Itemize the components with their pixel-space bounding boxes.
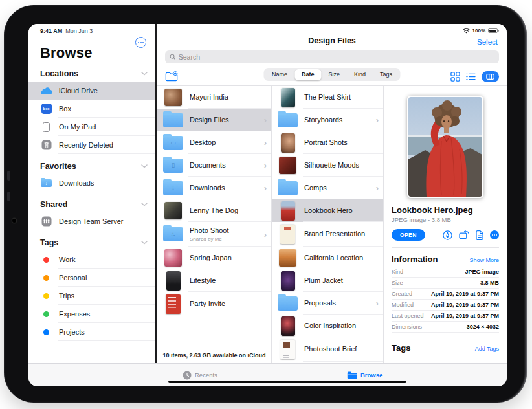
sidebar-item-recently-deleted[interactable]: Recently Deleted bbox=[28, 136, 155, 154]
information-header: Information Show More bbox=[392, 254, 499, 264]
sidebar-tag-trips[interactable]: Trips bbox=[28, 287, 155, 305]
file-row-plum-jacket[interactable]: Plum Jacket bbox=[272, 269, 383, 292]
trash-icon bbox=[40, 139, 52, 151]
search-input[interactable] bbox=[179, 53, 494, 61]
show-more-link[interactable]: Show More bbox=[469, 257, 499, 263]
sort-option-kind[interactable]: Kind bbox=[347, 69, 373, 80]
file-row-storyboards[interactable]: Storyboards › bbox=[272, 109, 383, 131]
sidebar-item-box[interactable]: box Box bbox=[28, 100, 155, 118]
rotate-icon[interactable] bbox=[459, 230, 469, 239]
sidebar-more-button[interactable] bbox=[135, 37, 146, 48]
sort-option-name[interactable]: Name bbox=[265, 69, 294, 80]
file-label: Documents bbox=[190, 161, 226, 170]
image-thumbnail bbox=[279, 249, 296, 267]
chevron-right-icon: › bbox=[262, 184, 267, 192]
file-label: Photoshoot Brief bbox=[304, 345, 357, 353]
sidebar-tag-work[interactable]: Work bbox=[28, 250, 155, 269]
home-indicator[interactable] bbox=[168, 381, 406, 383]
file-row-portrait-shots[interactable]: Portrait Shots bbox=[272, 131, 383, 154]
file-row-documents[interactable]: ▯ Documents › bbox=[157, 154, 271, 177]
chevron-down-icon bbox=[141, 241, 148, 245]
image-thumbnail bbox=[281, 316, 295, 336]
info-value: April 19, 2019 at 9:37 PM bbox=[431, 302, 499, 308]
sort-option-date[interactable]: Date bbox=[294, 69, 322, 80]
tag-dot-red-icon bbox=[40, 254, 52, 265]
sidebar-tag-personal[interactable]: Personal bbox=[28, 269, 155, 287]
sidebar-item-design-team-server[interactable]: Design Team Server bbox=[28, 212, 155, 230]
image-thumbnail bbox=[166, 271, 181, 291]
files-app-screen: 9:41 AMMon Jun 3 Browse Locations iCloud… bbox=[28, 24, 507, 386]
file-label: Downloads bbox=[190, 184, 225, 192]
markup-icon[interactable] bbox=[443, 230, 452, 240]
info-value: JPEG image bbox=[465, 269, 499, 275]
file-label: Storyboards bbox=[304, 116, 342, 124]
document-thumbnail bbox=[280, 225, 295, 244]
file-row-desktop[interactable]: ▭ Desktop › bbox=[157, 131, 271, 154]
file-row-spring-japan[interactable]: Spring Japan bbox=[157, 247, 271, 269]
section-label: Shared bbox=[40, 200, 67, 209]
new-folder-icon[interactable] bbox=[165, 71, 178, 82]
chevron-right-icon: › bbox=[374, 184, 379, 192]
sidebar-tag-projects[interactable]: Projects bbox=[28, 323, 155, 341]
browse-folder-icon bbox=[347, 371, 357, 379]
status-date: Mon Jun 3 bbox=[65, 28, 93, 34]
ipad-icon bbox=[40, 121, 52, 133]
grid-view-icon[interactable] bbox=[450, 72, 460, 82]
search-row bbox=[157, 49, 507, 67]
file-row-mayuri-india[interactable]: Mayuri India bbox=[157, 86, 271, 109]
file-row-california-location[interactable]: California Location bbox=[272, 247, 383, 269]
file-label: Mayuri India bbox=[190, 93, 228, 102]
file-label: Spring Japan bbox=[190, 254, 232, 262]
info-row-dimensions: Dimensions 3024 × 4032 bbox=[392, 322, 499, 333]
file-row-photoshoot-brief[interactable]: Photoshoot Brief bbox=[272, 337, 383, 362]
preview-pane: Lookbook Hero.jpeg JPEG image - 3.8 MB O… bbox=[384, 86, 507, 363]
file-row-party-invite[interactable]: Party Invite bbox=[157, 292, 271, 316]
section-header-locations[interactable]: Locations bbox=[28, 61, 155, 82]
shared-folder-icon: ∴ bbox=[163, 227, 183, 241]
file-row-proposals[interactable]: Proposals › bbox=[272, 292, 383, 315]
chevron-down-icon bbox=[141, 164, 148, 168]
select-button[interactable]: Select bbox=[477, 38, 498, 46]
list-view-icon[interactable] bbox=[466, 72, 476, 81]
section-header-tags[interactable]: Tags bbox=[28, 230, 155, 250]
search-field[interactable] bbox=[165, 50, 499, 63]
info-label: Size bbox=[392, 280, 403, 286]
section-header-shared[interactable]: Shared bbox=[28, 192, 155, 212]
chevron-down-icon bbox=[141, 72, 148, 76]
information-title: Information bbox=[392, 254, 438, 264]
preview-image[interactable] bbox=[407, 96, 483, 198]
file-column-2: The Pleat Skirt Storyboards › Portrait S… bbox=[272, 86, 384, 363]
file-label: Lenny The Dog bbox=[190, 206, 238, 215]
file-row-design-files[interactable]: Design Files › bbox=[157, 109, 271, 131]
sidebar-item-icloud-drive[interactable]: iCloud Drive bbox=[28, 82, 155, 100]
document-thumbnail bbox=[166, 294, 181, 314]
volume-up-button bbox=[7, 171, 10, 181]
add-tags-link[interactable]: Add Tags bbox=[475, 346, 499, 352]
create-pdf-icon[interactable] bbox=[476, 230, 483, 240]
file-row-color-inspiration[interactable]: Color Inspiration bbox=[272, 315, 383, 337]
file-row-lookbook-hero[interactable]: Lookbook Hero bbox=[272, 199, 383, 222]
file-row-lenny-the-dog[interactable]: Lenny The Dog bbox=[157, 199, 271, 222]
sidebar-item-downloads[interactable]: ↓ Downloads bbox=[28, 174, 155, 192]
more-icon[interactable] bbox=[490, 230, 499, 239]
tag-dot-blue-icon bbox=[40, 326, 52, 338]
file-row-comps[interactable]: Comps › bbox=[272, 177, 383, 199]
sort-option-tags[interactable]: Tags bbox=[373, 69, 399, 80]
section-header-favorites[interactable]: Favorites bbox=[28, 154, 155, 174]
file-row-the-pleat-skirt[interactable]: The Pleat Skirt bbox=[272, 86, 383, 109]
open-button[interactable]: OPEN bbox=[392, 229, 425, 241]
file-label: Photo Shoot bbox=[190, 227, 229, 235]
file-row-silhouette-moods[interactable]: Silhouette Moods bbox=[272, 154, 383, 177]
tag-label: Projects bbox=[59, 328, 85, 336]
file-row-photo-shoot[interactable]: ∴ Photo Shoot Shared by Me › bbox=[157, 222, 271, 247]
preview-file-meta: JPEG image - 3.8 MB bbox=[392, 216, 499, 223]
sidebar-item-on-my-ipad[interactable]: On My iPad bbox=[28, 118, 155, 136]
file-row-downloads[interactable]: ↓ Downloads › bbox=[157, 177, 271, 199]
folder-icon bbox=[278, 181, 298, 195]
columns-view-icon[interactable] bbox=[482, 71, 499, 82]
file-row-lifestyle[interactable]: Lifestyle bbox=[157, 269, 271, 292]
tag-label: Personal bbox=[59, 274, 87, 282]
sidebar-tag-expenses[interactable]: Expenses bbox=[28, 305, 155, 323]
sort-option-size[interactable]: Size bbox=[321, 69, 347, 80]
file-row-brand-presentation[interactable]: Brand Presentation bbox=[272, 222, 383, 247]
